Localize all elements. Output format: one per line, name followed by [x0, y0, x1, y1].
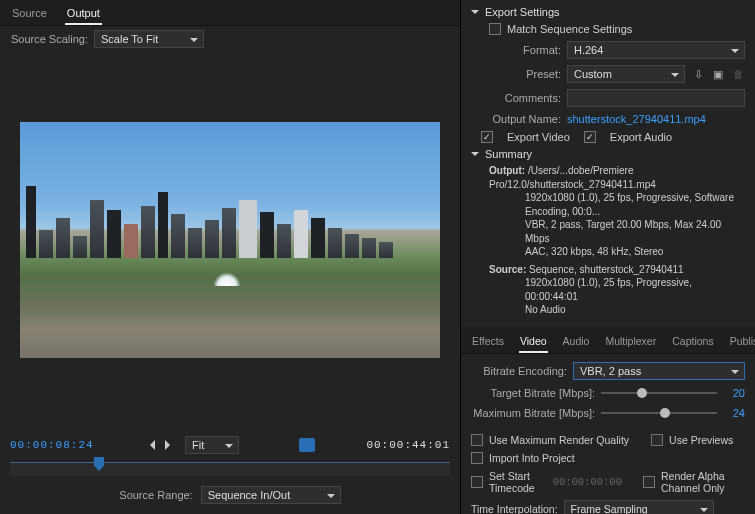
- max-bitrate-value[interactable]: 24: [723, 407, 745, 419]
- preview-panel: Source Output Source Scaling: Scale To F…: [0, 0, 461, 514]
- source-range-label: Source Range:: [119, 489, 192, 501]
- delete-preset-icon[interactable]: 🗑: [731, 67, 745, 81]
- summary-source-line2: 1920x1080 (1.0), 25 fps, Progressive, 00…: [489, 276, 745, 303]
- timeline-ruler[interactable]: [10, 462, 450, 476]
- summary-output-line3: VBR, 2 pass, Target 20.00 Mbps, Max 24.0…: [489, 218, 745, 245]
- step-back-icon[interactable]: [145, 440, 155, 450]
- summary-title: Summary: [485, 148, 532, 160]
- duration-time: 00:00:44:01: [366, 439, 450, 451]
- summary-header[interactable]: Summary: [461, 146, 755, 162]
- source-scaling-value: Scale To Fit: [101, 33, 158, 45]
- comments-label: Comments:: [471, 92, 561, 104]
- set-start-timecode-label: Set Start Timecode: [489, 470, 547, 494]
- max-bitrate-slider[interactable]: [601, 412, 717, 414]
- export-video-label: Export Video: [507, 131, 570, 143]
- tab-captions[interactable]: Captions: [671, 331, 714, 353]
- output-name-label: Output Name:: [471, 113, 561, 125]
- timeline-area: 00:00:08:24 Fit 00:00:44:01 Source Range…: [0, 428, 460, 514]
- preview-area: [0, 52, 460, 428]
- tab-effects[interactable]: Effects: [471, 331, 505, 353]
- source-range-dropdown[interactable]: Sequence In/Out: [201, 486, 341, 504]
- current-time[interactable]: 00:00:08:24: [10, 439, 94, 451]
- max-bitrate-label: Maximum Bitrate [Mbps]:: [471, 407, 595, 419]
- use-max-render-label: Use Maximum Render Quality: [489, 434, 629, 446]
- use-max-render-checkbox[interactable]: [471, 434, 483, 446]
- tab-audio[interactable]: Audio: [562, 331, 591, 353]
- summary-source-line3: No Audio: [489, 303, 745, 317]
- format-dropdown[interactable]: H.264: [567, 41, 745, 59]
- start-timecode-value: 00:00:00:00: [553, 476, 622, 488]
- bitrate-encoding-label: Bitrate Encoding:: [471, 365, 567, 377]
- import-preset-icon[interactable]: ▣: [711, 67, 725, 81]
- transport-controls: Fit: [145, 436, 315, 454]
- time-interp-value: Frame Sampling: [571, 503, 648, 515]
- export-settings-header[interactable]: Export Settings: [461, 0, 755, 20]
- format-value: H.264: [574, 44, 603, 56]
- export-audio-label: Export Audio: [610, 131, 672, 143]
- step-forward-icon[interactable]: [165, 440, 175, 450]
- tab-publish[interactable]: Publish: [729, 331, 755, 353]
- save-preset-icon[interactable]: ⇩: [691, 67, 705, 81]
- source-range-value: Sequence In/Out: [208, 489, 291, 501]
- render-alpha-label: Render Alpha Channel Only: [661, 470, 745, 494]
- summary-source-line1: Sequence, shutterstock_27940411: [529, 264, 684, 275]
- video-preview[interactable]: [20, 122, 440, 358]
- use-previews-checkbox[interactable]: [651, 434, 663, 446]
- zoom-fit-value: Fit: [192, 439, 204, 451]
- playhead-icon[interactable]: [94, 457, 104, 471]
- source-scaling-row: Source Scaling: Scale To Fit: [0, 26, 460, 52]
- zoom-fit-dropdown[interactable]: Fit: [185, 436, 239, 454]
- preset-label: Preset:: [471, 68, 561, 80]
- export-settings-title: Export Settings: [485, 6, 560, 18]
- match-sequence-checkbox[interactable]: [489, 23, 501, 35]
- marker-icon[interactable]: [299, 438, 315, 452]
- time-interp-label: Time Interpolation:: [471, 503, 558, 515]
- bitrate-encoding-value: VBR, 2 pass: [580, 365, 641, 377]
- target-bitrate-value[interactable]: 20: [723, 387, 745, 399]
- summary-output-label: Output:: [489, 165, 525, 176]
- preview-tabs: Source Output: [0, 0, 460, 26]
- tab-video[interactable]: Video: [519, 331, 548, 353]
- tab-multiplexer[interactable]: Multiplexer: [604, 331, 657, 353]
- output-name-link[interactable]: shutterstock_27940411.mp4: [567, 113, 706, 125]
- export-video-checkbox[interactable]: [481, 131, 493, 143]
- bitrate-encoding-dropdown[interactable]: VBR, 2 pass: [573, 362, 745, 380]
- tab-output[interactable]: Output: [65, 4, 102, 25]
- tab-source[interactable]: Source: [10, 4, 49, 25]
- match-sequence-label: Match Sequence Settings: [507, 23, 632, 35]
- import-into-project-label: Import Into Project: [489, 452, 575, 464]
- set-start-timecode-checkbox[interactable]: [471, 476, 483, 488]
- source-scaling-dropdown[interactable]: Scale To Fit: [94, 30, 204, 48]
- summary-output-line2: 1920x1080 (1.0), 25 fps, Progressive, So…: [489, 191, 745, 218]
- preset-dropdown[interactable]: Custom: [567, 65, 685, 83]
- source-scaling-label: Source Scaling:: [10, 33, 88, 45]
- settings-tabs: Effects Video Audio Multiplexer Captions…: [461, 327, 755, 354]
- target-bitrate-slider[interactable]: [601, 392, 717, 394]
- format-label: Format:: [471, 44, 561, 56]
- bottom-options: Use Maximum Render Quality Use Previews …: [461, 427, 755, 515]
- target-bitrate-label: Target Bitrate [Mbps]:: [471, 387, 595, 399]
- preset-value: Custom: [574, 68, 612, 80]
- use-previews-label: Use Previews: [669, 434, 733, 446]
- time-interp-dropdown[interactable]: Frame Sampling: [564, 500, 714, 515]
- import-into-project-checkbox[interactable]: [471, 452, 483, 464]
- summary-source-label: Source:: [489, 264, 526, 275]
- export-audio-checkbox[interactable]: [584, 131, 596, 143]
- summary-block: Output: /Users/...dobe/Premiere Pro/12.0…: [461, 162, 755, 323]
- summary-output-line4: AAC, 320 kbps, 48 kHz, Stereo: [489, 245, 745, 259]
- export-settings-panel: Export Settings Match Sequence Settings …: [461, 0, 755, 514]
- comments-input[interactable]: [567, 89, 745, 107]
- chevron-down-icon: [471, 152, 479, 160]
- chevron-down-icon: [471, 10, 479, 18]
- render-alpha-checkbox[interactable]: [643, 476, 655, 488]
